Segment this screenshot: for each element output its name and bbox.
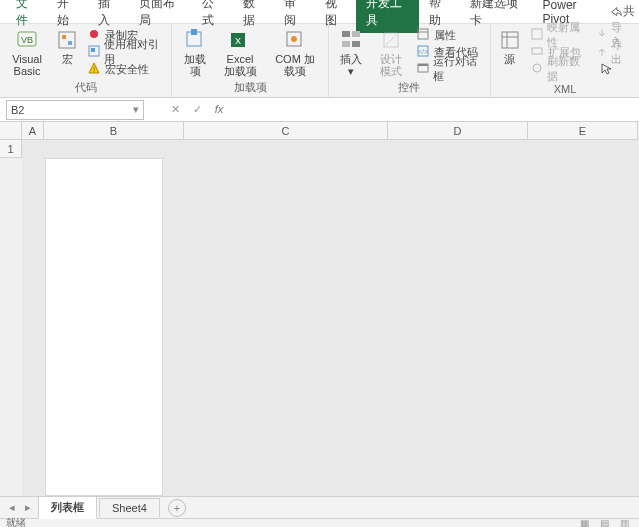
svg-rect-3 [62, 35, 66, 39]
group-controls-label: 控件 [398, 80, 420, 96]
design-mode-button[interactable]: 设计模式 [372, 27, 409, 79]
share-icon [609, 5, 623, 19]
svg-rect-20 [418, 29, 428, 39]
macro-icon [56, 29, 78, 51]
refresh-icon [531, 62, 544, 76]
sheet-tab-bar: ◂ ▸ 列表框 Sheet4 + [0, 496, 639, 518]
name-box[interactable]: B2 ▾ [6, 100, 144, 120]
col-E[interactable]: E [528, 122, 638, 140]
properties-button[interactable]: 属性 [415, 27, 484, 43]
menu-tabs: 文件 开始 插入 页面布局 公式 数据 审阅 视图 开发工具 帮助 新建选项卡 … [0, 0, 639, 24]
insert-control-button[interactable]: 插入▾ [335, 27, 366, 79]
chevron-down-icon: ▾ [133, 103, 139, 116]
col-C[interactable]: C [184, 122, 388, 140]
group-addins: 加载项 X Excel 加载项 COM 加载项 加载项 [172, 24, 329, 97]
row-headers: 1 [0, 140, 22, 158]
visual-basic-button[interactable]: VB Visual Basic [6, 27, 48, 79]
run-dialog-button[interactable]: 运行对话框 [415, 61, 484, 77]
svg-text:</>: </> [418, 48, 428, 55]
select-all-corner[interactable] [0, 122, 22, 140]
col-B[interactable]: B [44, 122, 184, 140]
view-controls[interactable]: ▦ ▤ ▥ [580, 518, 633, 528]
sheet-tab-active[interactable]: 列表框 [38, 496, 97, 519]
group-code-label: 代码 [75, 80, 97, 96]
addins-icon [184, 29, 206, 51]
embedded-listbox[interactable] [45, 158, 163, 496]
excel-addins-button[interactable]: X Excel 加载项 [218, 27, 262, 79]
cursor-icon [600, 62, 614, 76]
visual-basic-icon: VB [16, 29, 38, 51]
sheet-nav-next[interactable]: ▸ [20, 501, 36, 514]
insert-control-icon [340, 29, 362, 51]
group-xml-label: XML [554, 83, 577, 96]
group-xml: 源 映射属性 扩展包 刷新数据 导入 [491, 24, 639, 97]
svg-rect-4 [68, 41, 72, 45]
worksheet-area[interactable]: A B C D E 1 [0, 122, 639, 496]
svg-rect-17 [352, 31, 360, 37]
svg-text:!: ! [93, 65, 95, 74]
sheet-nav-prev[interactable]: ◂ [4, 501, 20, 514]
fx-button[interactable]: fx [212, 103, 226, 116]
excel-addins-icon: X [229, 29, 251, 51]
svg-rect-29 [532, 29, 542, 39]
svg-rect-16 [342, 31, 350, 37]
ribbon: VB Visual Basic 宏 录制宏 使用相对引用 [0, 24, 639, 98]
refresh-data-button[interactable]: 刷新数据 [529, 61, 588, 77]
macro-security-button[interactable]: ! 宏安全性 [86, 61, 165, 77]
view-code-icon: </> [417, 45, 431, 59]
design-mode-icon [380, 29, 402, 51]
xml-source-button[interactable]: 源 [497, 27, 523, 67]
group-controls: 插入▾ 设计模式 属性 </> 查看代码 运行对话框 [329, 24, 491, 97]
svg-point-15 [291, 36, 297, 42]
svg-rect-26 [502, 32, 518, 48]
record-icon [88, 28, 102, 42]
accept-formula-button[interactable]: ✓ [190, 103, 204, 116]
warning-icon: ! [88, 62, 102, 76]
svg-rect-18 [342, 41, 350, 47]
addins-button[interactable]: 加载项 [178, 27, 212, 79]
status-text: 就绪 [6, 516, 26, 527]
relative-ref-button[interactable]: 使用相对引用 [86, 44, 165, 60]
svg-text:X: X [235, 36, 241, 46]
map-properties-icon [531, 28, 544, 42]
export-icon [596, 45, 608, 59]
sheet-tab-other[interactable]: Sheet4 [99, 498, 160, 517]
properties-icon [417, 28, 431, 42]
svg-rect-7 [91, 48, 95, 52]
cancel-formula-button[interactable]: ✕ [168, 103, 182, 116]
group-code: VB Visual Basic 宏 录制宏 使用相对引用 [0, 24, 172, 97]
svg-rect-19 [352, 41, 360, 47]
xml-source-icon [499, 29, 521, 51]
svg-point-5 [90, 30, 98, 38]
new-sheet-button[interactable]: + [168, 499, 186, 517]
com-addins-button[interactable]: COM 加载项 [268, 27, 322, 79]
column-headers: A B C D E [0, 122, 639, 140]
col-A[interactable]: A [22, 122, 44, 140]
import-icon [596, 28, 608, 42]
row-1[interactable]: 1 [0, 140, 22, 158]
svg-text:VB: VB [21, 35, 33, 45]
status-bar: 就绪 ▦ ▤ ▥ [0, 518, 639, 527]
run-dialog-icon [417, 62, 430, 76]
svg-rect-30 [532, 48, 542, 54]
relative-ref-icon [88, 45, 101, 59]
formula-bar-row: B2 ▾ ✕ ✓ fx [0, 98, 639, 122]
map-properties-button[interactable]: 映射属性 [529, 27, 588, 43]
macro-button[interactable]: 宏 [54, 27, 80, 67]
group-addins-label: 加载项 [234, 80, 267, 96]
svg-rect-2 [59, 32, 75, 48]
expansion-icon [531, 45, 545, 59]
com-addins-icon [284, 29, 306, 51]
export-button[interactable]: 导出 [594, 44, 633, 60]
svg-rect-25 [418, 64, 428, 66]
svg-rect-11 [191, 29, 197, 35]
col-D[interactable]: D [388, 122, 528, 140]
share-button[interactable]: 共 [609, 3, 639, 20]
